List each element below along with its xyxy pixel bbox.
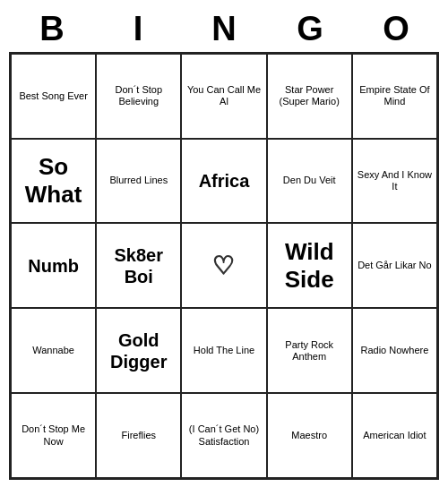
- bingo-cell-20[interactable]: Don´t Stop Me Now: [11, 393, 96, 478]
- bingo-cell-15[interactable]: Wannabe: [11, 308, 96, 393]
- heart-icon: ♡: [212, 251, 235, 281]
- bingo-cell-6[interactable]: Blurred Lines: [96, 139, 181, 224]
- bingo-cell-8[interactable]: Den Du Veit: [267, 139, 352, 224]
- bingo-letter-o: O: [353, 7, 439, 52]
- bingo-cell-4[interactable]: Empire State Of Mind: [352, 54, 437, 139]
- bingo-cell-23[interactable]: Maestro: [267, 393, 352, 478]
- bingo-cell-13[interactable]: Wild Side: [267, 223, 352, 308]
- bingo-cell-9[interactable]: Sexy And I Know It: [352, 139, 437, 224]
- bingo-cell-2[interactable]: You Can Call Me Al: [181, 54, 266, 139]
- bingo-cell-19[interactable]: Radio Nowhere: [352, 308, 437, 393]
- bingo-letter-g: G: [267, 7, 353, 52]
- bingo-cell-12[interactable]: ♡: [181, 223, 266, 308]
- bingo-cell-7[interactable]: Africa: [181, 139, 266, 224]
- bingo-letter-n: N: [181, 7, 267, 52]
- bingo-cell-3[interactable]: Star Power (Super Mario): [267, 54, 352, 139]
- bingo-cell-22[interactable]: (I Can´t Get No) Satisfaction: [181, 393, 266, 478]
- bingo-cell-11[interactable]: Sk8er Boi: [96, 223, 181, 308]
- bingo-cell-17[interactable]: Hold The Line: [181, 308, 266, 393]
- bingo-cell-16[interactable]: Gold Digger: [96, 308, 181, 393]
- bingo-cell-24[interactable]: American Idiot: [352, 393, 437, 478]
- bingo-header: BINGO: [9, 7, 439, 52]
- bingo-letter-b: B: [9, 7, 95, 52]
- bingo-cell-5[interactable]: So What: [11, 139, 96, 224]
- bingo-grid: Best Song EverDon´t Stop BelievingYou Ca…: [9, 52, 439, 480]
- bingo-cell-10[interactable]: Numb: [11, 223, 96, 308]
- bingo-cell-18[interactable]: Party Rock Anthem: [267, 308, 352, 393]
- bingo-cell-14[interactable]: Det Går Likar No: [352, 223, 437, 308]
- bingo-cell-1[interactable]: Don´t Stop Believing: [96, 54, 181, 139]
- bingo-letter-i: I: [95, 7, 181, 52]
- bingo-cell-0[interactable]: Best Song Ever: [11, 54, 96, 139]
- bingo-cell-21[interactable]: Fireflies: [96, 393, 181, 478]
